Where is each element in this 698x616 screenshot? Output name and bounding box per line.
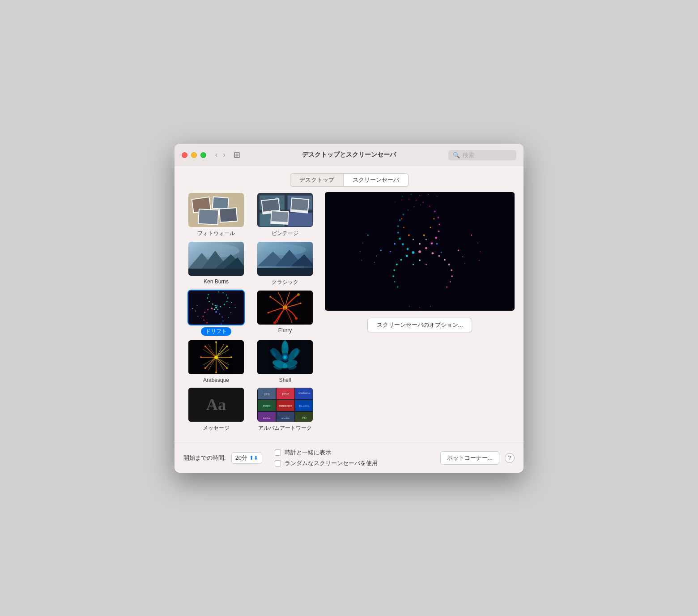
svg-text:italiive: italiive bbox=[263, 417, 271, 419]
random-label: ランダムなスクリーンセーバを使用 bbox=[285, 459, 378, 467]
clock-checkbox-row[interactable]: 時計と一緒に表示 bbox=[275, 449, 378, 457]
kenburns-label: Ken Burns bbox=[204, 278, 229, 285]
svg-point-207 bbox=[413, 264, 414, 265]
list-item[interactable]: Flurry bbox=[252, 290, 318, 336]
svg-point-50 bbox=[207, 309, 209, 310]
random-checkbox[interactable] bbox=[275, 460, 281, 466]
svg-point-110 bbox=[204, 345, 206, 347]
svg-point-208 bbox=[426, 264, 427, 265]
svg-point-43 bbox=[224, 304, 225, 305]
time-select[interactable]: 20分 ⬆⬇ bbox=[231, 452, 262, 464]
svg-point-42 bbox=[220, 306, 221, 307]
grid-icon[interactable]: ⊞ bbox=[234, 150, 240, 160]
svg-rect-6 bbox=[199, 209, 218, 224]
list-item[interactable]: ビンテージ bbox=[252, 192, 318, 237]
svg-point-44 bbox=[226, 300, 228, 302]
hot-corner-button[interactable]: ホットコーナー... bbox=[440, 451, 499, 465]
back-button[interactable]: ‹ bbox=[213, 150, 219, 160]
svg-point-82 bbox=[267, 312, 269, 313]
svg-point-218 bbox=[428, 193, 429, 194]
svg-point-153 bbox=[438, 216, 439, 218]
svg-point-79 bbox=[300, 302, 302, 304]
classic-label: クラシック bbox=[272, 278, 298, 286]
svg-point-203 bbox=[419, 243, 421, 244]
zoom-button[interactable] bbox=[200, 152, 206, 158]
clock-checkbox[interactable] bbox=[275, 449, 281, 456]
right-panel: スクリーンセーバのオプション... bbox=[325, 192, 515, 436]
random-checkbox-row[interactable]: ランダムなスクリーンセーバを使用 bbox=[275, 459, 378, 467]
list-item[interactable]: Shell bbox=[252, 339, 318, 383]
svg-point-224 bbox=[409, 306, 410, 307]
close-button[interactable] bbox=[182, 152, 187, 158]
svg-point-148 bbox=[425, 247, 427, 249]
arabesque-label: Arabesque bbox=[203, 377, 229, 383]
svg-point-48 bbox=[218, 291, 219, 292]
drift-thumb bbox=[187, 290, 245, 325]
shell-thumb bbox=[256, 339, 314, 375]
list-item[interactable]: LES POP AlterNative electr electronic bbox=[252, 387, 318, 432]
svg-point-213 bbox=[367, 234, 369, 235]
album-label: アルバムアートワーク bbox=[258, 424, 312, 432]
svg-point-58 bbox=[222, 320, 224, 321]
svg-point-64 bbox=[229, 307, 230, 308]
search-icon: 🔍 bbox=[453, 152, 460, 158]
svg-point-45 bbox=[227, 297, 229, 299]
svg-point-188 bbox=[430, 227, 431, 228]
svg-point-158 bbox=[408, 198, 409, 200]
svg-point-189 bbox=[433, 218, 434, 219]
main-window: ‹ › ⊞ デスクトップとスクリーンセーバ 🔍 デスクトップ スクリーンセーバ bbox=[174, 144, 524, 473]
screensaver-grid: フォトウォール bbox=[183, 192, 318, 436]
arabesque-thumb bbox=[187, 339, 245, 375]
svg-point-51 bbox=[204, 312, 205, 313]
left-panel: フォトウォール bbox=[183, 192, 318, 436]
svg-point-179 bbox=[420, 204, 421, 205]
help-button[interactable]: ? bbox=[505, 453, 515, 463]
svg-point-119 bbox=[284, 356, 286, 359]
svg-point-160 bbox=[395, 201, 396, 202]
svg-point-193 bbox=[436, 243, 438, 244]
svg-point-72 bbox=[192, 308, 193, 308]
list-item[interactable]: フォトウォール bbox=[183, 192, 249, 237]
svg-rect-8 bbox=[220, 208, 237, 222]
svg-point-74 bbox=[217, 308, 218, 310]
svg-point-149 bbox=[431, 242, 433, 244]
search-input[interactable] bbox=[463, 152, 512, 158]
preview-canvas bbox=[325, 192, 515, 311]
svg-point-66 bbox=[228, 317, 229, 318]
svg-point-56 bbox=[219, 313, 220, 315]
tab-desktop[interactable]: デスクトップ bbox=[290, 173, 343, 187]
svg-rect-33 bbox=[188, 269, 245, 277]
svg-point-151 bbox=[438, 230, 439, 232]
svg-text:BLUES: BLUES bbox=[299, 404, 310, 407]
list-item[interactable]: Aa メッセージ bbox=[183, 387, 249, 432]
svg-point-172 bbox=[399, 237, 401, 240]
vintage-thumb bbox=[256, 192, 314, 228]
svg-point-205 bbox=[413, 239, 414, 240]
screensaver-options-button[interactable]: スクリーンセーバのオプション... bbox=[367, 318, 472, 332]
list-item[interactable]: ドリフト bbox=[183, 290, 249, 336]
flurry-thumb bbox=[256, 290, 314, 325]
svg-point-47 bbox=[222, 292, 224, 293]
svg-point-109 bbox=[200, 356, 202, 358]
svg-point-147 bbox=[418, 250, 421, 253]
svg-point-180 bbox=[406, 255, 408, 257]
list-item[interactable]: Arabesque bbox=[183, 339, 249, 383]
start-label: 開始までの時間: bbox=[183, 454, 226, 462]
svg-point-53 bbox=[203, 319, 204, 321]
svg-point-106 bbox=[226, 367, 228, 369]
svg-point-212 bbox=[479, 260, 480, 261]
svg-point-190 bbox=[408, 234, 410, 236]
svg-rect-39 bbox=[257, 268, 314, 277]
tab-screensaver[interactable]: スクリーンセーバ bbox=[343, 173, 409, 187]
list-item[interactable]: クラシック bbox=[252, 241, 318, 286]
svg-rect-20 bbox=[288, 213, 312, 226]
album-thumb: LES POP AlterNative electr electronic bbox=[256, 387, 314, 423]
svg-point-103 bbox=[215, 341, 217, 343]
list-item[interactable]: Ken Burns bbox=[183, 241, 249, 286]
svg-point-215 bbox=[360, 251, 361, 252]
nav-buttons: ‹ › bbox=[213, 150, 227, 160]
content-area: フォトウォール bbox=[174, 192, 524, 443]
minimize-button[interactable] bbox=[191, 152, 197, 158]
forward-button[interactable]: › bbox=[221, 150, 227, 160]
svg-point-59 bbox=[221, 323, 222, 325]
